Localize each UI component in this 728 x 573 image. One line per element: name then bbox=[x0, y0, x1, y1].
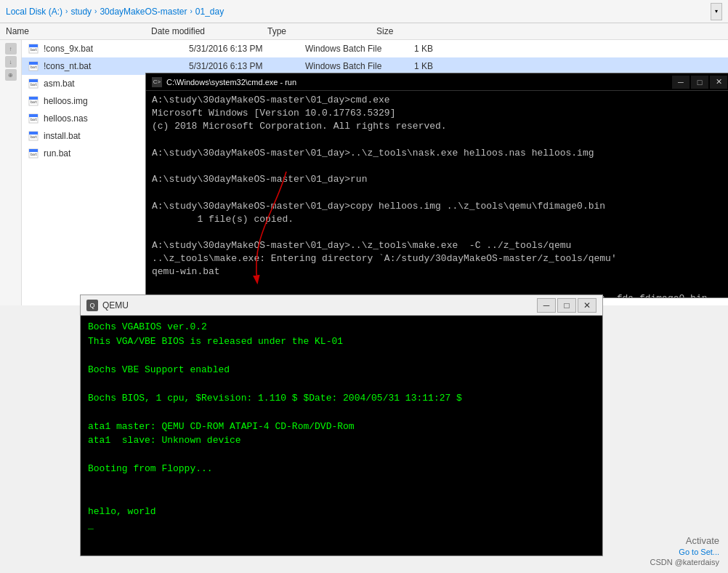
cmd-icon: C> bbox=[152, 77, 162, 87]
file-name: !cons_9x.bat bbox=[44, 44, 189, 54]
svg-text:bat: bat bbox=[31, 135, 37, 139]
path-study[interactable]: study bbox=[70, 7, 92, 17]
qemu-minimize-button[interactable]: ─ bbox=[537, 298, 556, 313]
qemu-titlebar: Q QEMU ─ □ ✕ bbox=[81, 295, 602, 316]
file-date: 5/31/2016 6:13 PM bbox=[189, 61, 305, 71]
cmd-minimize-button[interactable]: ─ bbox=[672, 76, 689, 89]
file-icon: bat bbox=[28, 60, 39, 72]
file-icon: bat bbox=[28, 148, 39, 159]
file-list-header: Name Date modified Type Size bbox=[0, 23, 728, 40]
cmd-window: C> C:\Windows\system32\cmd.exe - run ─ □… bbox=[145, 73, 728, 298]
csdn-text: CSDN @katerdaisy bbox=[650, 558, 719, 566]
file-size: 1 KB bbox=[414, 61, 472, 71]
svg-text:bat: bat bbox=[31, 152, 37, 156]
qemu-title: QEMU bbox=[102, 300, 533, 310]
file-icon: bat bbox=[28, 130, 39, 142]
activate-text: Activate bbox=[686, 535, 719, 546]
cmd-close-button[interactable]: ✕ bbox=[710, 76, 727, 89]
chevron-icon-1: › bbox=[65, 7, 68, 15]
pane-icon-3[interactable]: ⊕ bbox=[5, 69, 17, 81]
chevron-icon-2: › bbox=[94, 7, 97, 15]
file-date: 5/31/2016 6:13 PM bbox=[189, 44, 305, 54]
left-pane: ↑ ↓ ⊕ bbox=[0, 40, 22, 305]
qemu-icon: Q bbox=[86, 300, 98, 311]
svg-text:bat: bat bbox=[31, 117, 37, 121]
cmd-titlebar: C> C:\Windows\system32\cmd.exe - run ─ □… bbox=[146, 73, 728, 91]
qemu-close-button[interactable]: ✕ bbox=[578, 298, 596, 313]
pane-icon-2[interactable]: ↓ bbox=[5, 56, 17, 68]
file-icon: bat bbox=[28, 43, 39, 55]
file-size: 1 KB bbox=[414, 44, 472, 54]
svg-text:bat: bat bbox=[31, 100, 37, 104]
file-icon: bat bbox=[28, 113, 39, 124]
file-name: !cons_nt.bat bbox=[44, 61, 189, 71]
file-type: Windows Batch File bbox=[305, 44, 414, 54]
file-icon: bat bbox=[28, 95, 39, 107]
cmd-title: C:\Windows\system32\cmd.exe - run bbox=[166, 78, 668, 87]
address-bar-path[interactable]: Local Disk (A:) › study › 30dayMakeOS-ma… bbox=[6, 7, 708, 17]
path-localdisk[interactable]: Local Disk (A:) bbox=[6, 7, 62, 17]
file-icon: bat bbox=[28, 78, 39, 89]
path-30day[interactable]: 30dayMakeOS-master bbox=[100, 7, 187, 17]
goto-settings-link[interactable]: Go to Set... bbox=[679, 548, 719, 556]
header-date[interactable]: Date modified bbox=[151, 26, 267, 36]
svg-text:bat: bat bbox=[31, 47, 37, 52]
cmd-body[interactable]: A:\study\30dayMakeOS-master\01_day>cmd.e… bbox=[146, 91, 728, 297]
svg-text:bat: bat bbox=[31, 82, 37, 87]
address-bar: Local Disk (A:) › study › 30dayMakeOS-ma… bbox=[0, 0, 728, 23]
header-name[interactable]: Name bbox=[6, 26, 151, 36]
svg-text:bat: bat bbox=[31, 65, 37, 69]
path-01day[interactable]: 01_day bbox=[195, 7, 224, 17]
cmd-window-controls: ─ □ ✕ bbox=[672, 76, 727, 89]
qemu-window: Q QEMU ─ □ ✕ Bochs VGABIOS ver.0.2 This … bbox=[80, 294, 603, 556]
qemu-body[interactable]: Bochs VGABIOS ver.0.2 This VGA/VBE BIOS … bbox=[81, 316, 602, 556]
header-type[interactable]: Type bbox=[267, 26, 376, 36]
table-row[interactable]: bat !cons_9x.bat5/31/2016 6:13 PMWindows… bbox=[22, 40, 728, 57]
qemu-restore-button[interactable]: □ bbox=[557, 298, 576, 313]
qemu-window-controls: ─ □ ✕ bbox=[537, 298, 596, 313]
watermark: Activate Go to Set... CSDN @katerdaisy bbox=[612, 529, 728, 573]
header-size[interactable]: Size bbox=[376, 26, 434, 36]
file-type: Windows Batch File bbox=[305, 61, 414, 71]
address-bar-dropdown[interactable]: ▾ bbox=[711, 3, 722, 20]
chevron-icon-3: › bbox=[190, 7, 192, 15]
pane-icon-1[interactable]: ↑ bbox=[5, 43, 17, 55]
cmd-restore-button[interactable]: □ bbox=[691, 76, 708, 89]
